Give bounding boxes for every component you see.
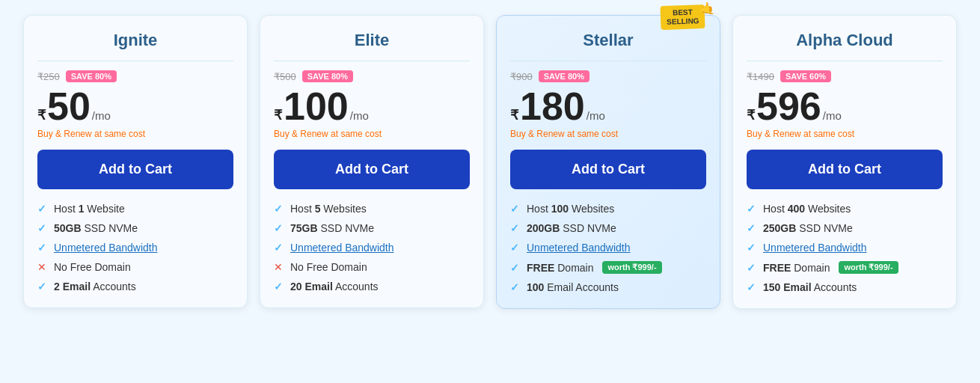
free-domain-badge-alpha-cloud: worth ₹999/-	[839, 261, 898, 274]
free-bold: FREE	[763, 262, 791, 274]
cross-icon: ✕	[37, 261, 48, 273]
feature-bold-text: 50GB	[54, 222, 82, 234]
feature-item-stellar-3: ✓FREE Domain worth ₹999/-	[510, 261, 706, 274]
bandwidth-link-elite[interactable]: Unmetered Bandwidth	[290, 242, 394, 254]
features-list-stellar: ✓Host 100 Websites✓200GB SSD NVMe✓Unmete…	[510, 203, 706, 293]
add-to-cart-button-stellar[interactable]: Add to Cart	[510, 150, 706, 189]
feature-bold-text: 5	[315, 203, 321, 215]
feature-item-alpha-cloud-0: ✓Host 400 Websites	[747, 203, 943, 215]
best-selling-line2: SELLING	[667, 16, 699, 27]
plan-card-stellar: BESTSELLINGStellar₹900SAVE 80%₹180/moBuy…	[496, 15, 720, 309]
plans-container: Ignite₹250SAVE 80%₹50/moBuy & Renew at s…	[15, 15, 965, 309]
check-icon: ✓	[37, 242, 48, 254]
feature-item-alpha-cloud-1: ✓250GB SSD NVMe	[747, 222, 943, 234]
check-icon: ✓	[747, 203, 757, 215]
rupee-symbol-alpha-cloud: ₹	[747, 108, 755, 122]
feature-item-ignite-3: ✕No Free Domain	[37, 261, 233, 273]
check-icon: ✓	[274, 203, 284, 215]
feature-item-alpha-cloud-2: ✓Unmetered Bandwidth	[747, 242, 943, 254]
save-badge-elite: SAVE 80%	[302, 70, 353, 82]
check-icon: ✓	[747, 242, 757, 254]
price-per-elite: /mo	[350, 109, 369, 122]
feature-bold-text: 150 Email	[763, 281, 812, 293]
feature-bold-text: 75GB	[290, 222, 318, 234]
feature-text: 200GB SSD NVMe	[527, 222, 616, 234]
check-icon: ✓	[274, 222, 284, 234]
no-domain-text-elite: No Free Domain	[290, 261, 367, 273]
no-domain-text-ignite: No Free Domain	[54, 261, 131, 273]
add-to-cart-button-elite[interactable]: Add to Cart	[274, 150, 470, 189]
price-amount-elite: 100	[284, 87, 349, 126]
feature-text: Host 400 Websites	[763, 203, 851, 215]
check-icon: ✓	[37, 222, 48, 234]
renew-text-alpha-cloud: Buy & Renew at same cost	[747, 129, 943, 139]
check-icon: ✓	[510, 281, 521, 293]
check-icon: ✓	[747, 281, 757, 293]
plan-title-elite: Elite	[274, 31, 470, 50]
price-per-ignite: /mo	[92, 109, 111, 122]
feature-bold-text: 20 Email	[290, 281, 333, 292]
original-price-stellar: ₹900	[510, 71, 533, 82]
original-price-ignite: ₹250	[37, 71, 60, 82]
feature-text: 20 Email Accounts	[290, 281, 379, 292]
save-badge-alpha-cloud: SAVE 60%	[780, 70, 831, 82]
price-row-ignite: ₹250SAVE 80%	[37, 70, 233, 82]
bandwidth-link-stellar[interactable]: Unmetered Bandwidth	[527, 242, 631, 254]
current-price-block-alpha-cloud: ₹596/mo	[747, 87, 943, 126]
feature-item-ignite-1: ✓50GB SSD NVMe	[37, 222, 233, 234]
best-selling-badge: BESTSELLING	[660, 4, 705, 30]
feature-text: 250GB SSD NVMe	[763, 222, 853, 234]
current-price-block-ignite: ₹50/mo	[37, 87, 233, 126]
feature-item-elite-0: ✓Host 5 Websites	[274, 203, 470, 215]
original-price-elite: ₹500	[274, 71, 296, 82]
plan-card-ignite: Ignite₹250SAVE 80%₹50/moBuy & Renew at s…	[23, 15, 248, 308]
price-per-stellar: /mo	[587, 109, 605, 122]
renew-text-stellar: Buy & Renew at same cost	[510, 129, 706, 139]
price-amount-ignite: 50	[47, 87, 91, 126]
feature-bold-text: 100	[527, 281, 544, 293]
add-to-cart-button-ignite[interactable]: Add to Cart	[37, 150, 233, 189]
add-to-cart-button-alpha-cloud[interactable]: Add to Cart	[747, 150, 943, 189]
feature-item-ignite-4: ✓2 Email Accounts	[37, 281, 233, 292]
plan-title-stellar: Stellar	[510, 31, 706, 50]
best-selling-line1: BEST	[673, 8, 693, 18]
save-badge-ignite: SAVE 80%	[66, 70, 117, 82]
check-icon: ✓	[510, 262, 521, 274]
feature-bold-text: 250GB	[763, 222, 796, 234]
features-list-elite: ✓Host 5 Websites✓75GB SSD NVMe✓Unmetered…	[274, 203, 470, 292]
feature-item-ignite-2: ✓Unmetered Bandwidth	[37, 242, 233, 254]
check-icon: ✓	[747, 262, 757, 274]
current-price-block-stellar: ₹180/mo	[510, 87, 706, 126]
feature-item-alpha-cloud-3: ✓FREE Domain worth ₹999/-	[747, 261, 943, 274]
feature-bold-text: 400	[788, 203, 805, 215]
feature-text: 100 Email Accounts	[527, 281, 619, 293]
current-price-block-elite: ₹100/mo	[274, 87, 470, 126]
check-icon: ✓	[274, 281, 284, 292]
feature-bold-text: 100	[551, 203, 569, 215]
rupee-symbol-elite: ₹	[274, 108, 282, 122]
rupee-symbol-stellar: ₹	[510, 108, 518, 122]
bandwidth-link-alpha-cloud[interactable]: Unmetered Bandwidth	[763, 242, 867, 254]
plan-title-ignite: Ignite	[37, 31, 233, 50]
free-domain-badge-stellar: worth ₹999/-	[602, 261, 661, 274]
feature-bold-text: 2 Email	[54, 281, 91, 292]
feature-text: Host 100 Websites	[527, 203, 614, 215]
feature-item-elite-3: ✕No Free Domain	[274, 261, 470, 273]
check-icon: ✓	[37, 203, 48, 215]
feature-text: 50GB SSD NVMe	[54, 222, 138, 234]
feature-text: 2 Email Accounts	[54, 281, 136, 292]
check-icon: ✓	[747, 222, 757, 234]
bandwidth-link-ignite[interactable]: Unmetered Bandwidth	[54, 242, 158, 254]
renew-text-elite: Buy & Renew at same cost	[274, 129, 470, 139]
feature-item-elite-2: ✓Unmetered Bandwidth	[274, 242, 470, 254]
check-icon: ✓	[510, 203, 521, 215]
price-amount-stellar: 180	[520, 87, 585, 126]
price-per-alpha-cloud: /mo	[823, 109, 842, 122]
feature-item-elite-1: ✓75GB SSD NVMe	[274, 222, 470, 234]
feature-text: 150 Email Accounts	[763, 281, 857, 293]
renew-text-ignite: Buy & Renew at same cost	[37, 129, 233, 139]
plan-card-alpha-cloud: Alpha Cloud₹1490SAVE 60%₹596/moBuy & Ren…	[732, 15, 957, 309]
feature-item-stellar-1: ✓200GB SSD NVMe	[510, 222, 706, 234]
price-row-stellar: ₹900SAVE 80%	[510, 70, 706, 82]
feature-text: 75GB SSD NVMe	[290, 222, 374, 234]
